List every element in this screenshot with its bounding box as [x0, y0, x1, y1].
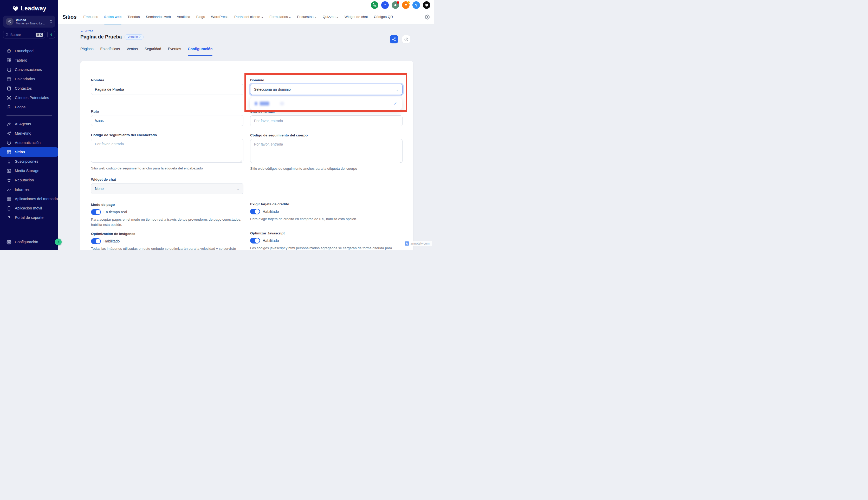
sidebar-item-label: Marketing	[15, 131, 32, 135]
search-input[interactable]: Buscar ⌘ K	[3, 31, 45, 38]
sidebar-item-clientes-potenciales[interactable]: Clientes Potenciales	[0, 93, 58, 102]
tab-sitios-web[interactable]: Sitios web	[104, 9, 122, 24]
sidebar-item-informes[interactable]: Informes	[0, 185, 58, 194]
tab-quizzes[interactable]: Quizzes⌄	[323, 9, 338, 24]
js-optimization-toggle[interactable]	[250, 238, 260, 243]
tab-embudos[interactable]: Embudos	[83, 9, 98, 24]
sidebar-item-automatizacion[interactable]: Automatización	[0, 138, 58, 147]
dashboard-icon	[7, 58, 11, 63]
search-row: Buscar ⌘ K	[3, 31, 55, 38]
sidebar-item-contactos[interactable]: Contactos	[0, 84, 58, 93]
redacted-domain-option[interactable]	[260, 102, 269, 105]
quick-icons: ?	[371, 1, 430, 9]
tab-configuracion[interactable]: Configuración	[188, 47, 212, 55]
tab-paginas[interactable]: Páginas	[80, 47, 93, 55]
body-tracking-textarea[interactable]	[250, 139, 402, 163]
help-button[interactable]: ?	[412, 1, 420, 9]
sidebar-item-configuracion[interactable]: Configuración	[0, 237, 58, 247]
top-nav: Sitios Embudos Sitios web Tiendas Semina…	[63, 9, 430, 24]
leadway-logo-icon	[425, 3, 429, 7]
notifications-button[interactable]	[402, 1, 410, 9]
watermark-text: annotely.com	[411, 242, 430, 245]
info-button[interactable]	[402, 35, 410, 43]
sidebar-divider	[7, 115, 52, 116]
tab-ventas[interactable]: Ventas	[127, 47, 138, 55]
leadway-logo-icon	[12, 5, 19, 12]
share-button[interactable]	[390, 35, 398, 43]
tab-wordpress[interactable]: WordPress	[211, 9, 228, 24]
sidebar-item-label: Contactos	[15, 86, 32, 90]
tab-seminarios-web[interactable]: Seminarios web	[146, 9, 171, 24]
address-book-icon	[7, 86, 11, 91]
tab-estadisticas[interactable]: Estadísticas	[100, 47, 120, 55]
sidebar-item-aplicaciones-mercado[interactable]: Aplicaciones del mercado	[0, 194, 58, 204]
dominio-select[interactable]: Selecciona un dominio ⌄	[250, 84, 402, 95]
require-card-toggle[interactable]	[250, 209, 260, 214]
content-area: ← Atrás Pagina de Prueba Versión 2 Págin…	[58, 25, 434, 250]
sidebar-item-label: Media Storage	[15, 169, 39, 173]
tab-portal-del-cliente[interactable]: Portal del cliente⌄	[234, 9, 264, 24]
sidebar-item-aplicacion-movil[interactable]: Aplicación móvil	[0, 204, 58, 213]
divider	[420, 13, 420, 20]
sidebar-item-ai-agents[interactable]: AI Agents	[0, 119, 58, 129]
sidebar-item-suscripciones[interactable]: Suscripciones	[0, 157, 58, 166]
tab-formularios[interactable]: Formularios⌄	[269, 9, 291, 24]
sidebar-item-reputacion[interactable]: Reputación	[0, 175, 58, 185]
settings-button[interactable]	[425, 14, 430, 20]
brand-logo[interactable]: Leadway	[0, 0, 58, 12]
sidebar-item-launchpad[interactable]: Launchpad	[0, 46, 58, 56]
tab-blogs[interactable]: Blogs	[196, 9, 205, 24]
helper-text: Sitio web código de seguimiento ancho pa…	[91, 166, 243, 171]
sidebar-collapse-button[interactable]: ‹	[55, 239, 62, 245]
sidebar-item-portal-soporte[interactable]: Portal de soporte	[0, 213, 58, 222]
toggle-label: Habilitado	[263, 239, 279, 243]
tab-analitica[interactable]: Analítica	[177, 9, 190, 24]
sidebar-item-sitios[interactable]: Sitios	[0, 147, 58, 157]
field-nombre: Nombre	[91, 78, 243, 95]
image-optimization-toggle[interactable]	[91, 238, 101, 244]
chat-widget-select[interactable]: None ⌄	[91, 183, 243, 194]
sidebar-item-media-storage[interactable]: Media Storage	[0, 166, 58, 175]
field-js-optimization: Optimizar Javascript Habilitado Los códi…	[250, 231, 402, 250]
tab-eventos[interactable]: Eventos	[168, 47, 181, 55]
calendar-icon	[7, 77, 11, 82]
url-fantasia-input[interactable]	[250, 115, 402, 126]
check-icon: ✓	[394, 101, 397, 106]
nombre-input[interactable]	[91, 84, 243, 95]
sidebar-item-pagos[interactable]: $ Pagos	[0, 102, 58, 112]
sidebar-footer: Configuración	[0, 237, 58, 247]
header-tracking-textarea[interactable]	[91, 139, 243, 163]
megaphone-icon	[393, 3, 397, 7]
sidebar-item-marketing[interactable]: Marketing	[0, 129, 58, 138]
toggle-label: En tiempo real	[103, 210, 127, 214]
payment-mode-toggle[interactable]	[91, 209, 101, 215]
phone-button[interactable]	[371, 1, 378, 9]
sidebar-item-conversaciones[interactable]: Conversaciones	[0, 65, 58, 74]
search-icon	[5, 33, 9, 36]
field-label: Código de seguimiento del cuerpo	[250, 133, 402, 137]
watermark: A annotely.com	[403, 241, 432, 246]
automation-icon	[7, 140, 11, 145]
back-link[interactable]: ← Atrás	[80, 29, 93, 33]
sidebar-item-label: AI Agents	[15, 122, 31, 126]
sidebar: Leadway Aunea Monterrey, Nuevo Le... Bus…	[0, 0, 58, 250]
quick-actions-button[interactable]	[47, 31, 55, 38]
leadway-account-button[interactable]	[423, 1, 430, 9]
field-image-optimization: Optimización de imágenes Habilitado Toda…	[91, 231, 243, 250]
workspace-selector[interactable]: Aunea Monterrey, Nuevo Le...	[3, 15, 55, 27]
shortcut-badge: ⌘ K	[36, 33, 43, 37]
tab-tiendas[interactable]: Tiendas	[127, 9, 140, 24]
tab-encuestas[interactable]: Encuestas⌄	[297, 9, 316, 24]
announcements-button[interactable]	[392, 1, 399, 9]
redacted-domain-option[interactable]	[255, 102, 257, 105]
ai-assistant-button[interactable]	[381, 1, 389, 9]
tab-seguridad[interactable]: Seguridad	[145, 47, 161, 55]
workspace-text: Aunea Monterrey, Nuevo Le...	[16, 18, 47, 25]
sidebar-item-calendarios[interactable]: Calendarios	[0, 74, 58, 84]
tab-codigos-qr[interactable]: Códigos QR	[374, 9, 393, 24]
helper-text: Para aceptar pagos en el modo en tiempo …	[91, 217, 243, 227]
tab-widget-de-chat[interactable]: Widget de chat	[345, 9, 368, 24]
sidebar-item-tablero[interactable]: Tablero	[0, 56, 58, 65]
field-label: URL de fantasí	[250, 110, 402, 114]
ruta-input[interactable]	[91, 115, 243, 126]
